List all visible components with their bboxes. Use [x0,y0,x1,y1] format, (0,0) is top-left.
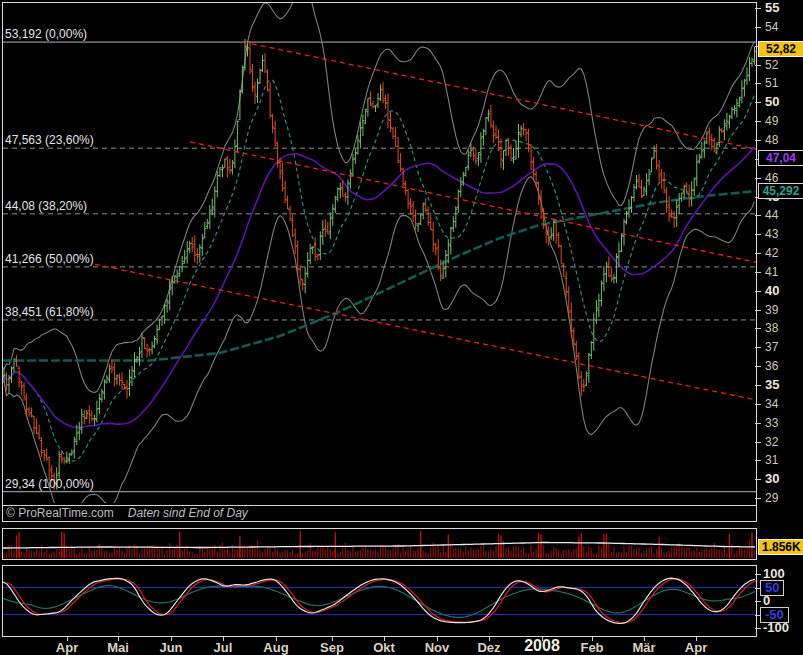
price-axis-tick [755,385,761,386]
price-axis-label: 44 [765,209,778,221]
price-axis-label: 42 [765,247,778,259]
price-axis-tick [755,479,761,480]
data-mode-note: Daten sind End of Day [128,506,248,520]
provider-credit: © ProRealTime.com [6,506,114,520]
price-badge-last: 52,82 [758,41,803,57]
price-axis-label: 35 [765,379,779,391]
oscillator-axis-label: 0 [763,594,770,607]
fib-level-label: 38,451 (61,80%) [5,306,94,319]
trendlines[interactable] [95,42,756,400]
price-axis-label: 41 [765,266,778,278]
oscillator-panel[interactable] [2,565,757,637]
month-label: Nov [425,641,450,655]
price-axis-tick [755,178,761,179]
month-label: Apr [685,641,707,655]
fib-level-label: 47,563 (23,60%) [5,134,94,147]
month-label: Okt [373,641,395,655]
oscillator-axis-tick [755,574,761,575]
oscillator-chart-surface[interactable] [3,566,756,636]
price-axis-label: 51 [765,77,778,89]
fib-level-label: 53,192 (0,00%) [5,28,87,41]
price-axis-tick [755,460,761,461]
price-axis-tick [755,423,761,424]
credit-bar: © ProRealTime.comDaten sind End of Day [3,505,756,521]
fib-level-label: 44,08 (38,20%) [5,200,87,213]
price-axis-tick [755,215,761,216]
ohlc-bars [3,39,756,490]
price-axis-tick [755,310,761,311]
price-axis-tick [755,442,761,443]
price-axis-tick [755,272,761,273]
price-axis-tick [755,498,761,499]
price-axis-tick [755,83,761,84]
price-axis-tick [755,121,761,122]
price-axis-label: 34 [765,398,778,410]
price-axis-label: 38 [765,322,778,334]
volume-panel[interactable] [2,528,757,560]
price-panel[interactable]: 53,192 (0,00%)47,563 (23,60%)44,08 (38,2… [2,2,757,522]
price-axis-label: 49 [765,115,778,127]
price-axis-tick [755,102,761,103]
price-axis-label: 31 [765,454,778,466]
volume-last-badge: 1.856K [758,539,803,555]
fib-level-label: 41,266 (50,00%) [5,253,94,266]
price-axis-label: 48 [765,134,778,146]
price-axis-label: 50 [765,96,779,108]
price-chart-surface[interactable] [3,3,756,503]
price-axis-tick [755,140,761,141]
oscillator-axis-label: -100 [763,621,789,634]
price-axis-label: 52 [765,59,778,71]
volume-bars [4,540,755,558]
price-badge-purple: 47,04 [758,150,803,166]
price-axis-label: 32 [765,436,778,448]
month-label: Jun [159,641,182,655]
month-label: Aug [263,641,288,655]
volume-ma-line [3,543,755,549]
month-label: Jul [214,641,233,655]
price-badge-teal: 45,292 [758,183,803,199]
price-axis-tick [755,65,761,66]
price-axis-tick [755,347,761,348]
oscillator-main-line [3,578,755,623]
price-axis-tick [755,8,761,9]
price-axis-label: 33 [765,417,778,429]
short-ma-line [4,80,755,461]
price-axis-tick [755,366,761,367]
month-label: Mai [107,641,129,655]
oscillator-axis-tick [755,601,761,602]
chart-window: 53,192 (0,00%)47,563 (23,60%)44,08 (38,2… [0,0,803,655]
month-label-year: 2008 [524,639,560,653]
fib-level-label: 29,34 (100,00%) [5,478,94,491]
price-axis-label: 37 [765,341,778,353]
price-axis-label: 39 [765,304,778,316]
month-label: Dez [477,641,500,655]
month-label: Sep [320,641,344,655]
price-axis-label: 30 [765,473,779,485]
price-axis-label: 36 [765,360,778,372]
bollinger-bands [4,3,755,503]
oscillator-axis-label: 100 [763,567,785,580]
price-axis-tick [755,27,761,28]
price-axis-label: 43 [765,228,778,240]
price-axis-label: 54 [765,21,778,33]
price-axis-tick [755,253,761,254]
long-term-ma-line [3,191,755,360]
price-axis-label: 55 [765,2,779,14]
month-label: Feb [580,641,603,655]
month-label: Mär [632,641,655,655]
oscillator-slow-line [3,586,755,618]
price-axis-tick [755,404,761,405]
volume-chart-surface[interactable] [3,529,756,559]
oscillator-signal-line [7,579,756,623]
price-axis-tick [755,291,761,292]
month-label: Apr [56,641,78,655]
price-axis-tick [755,234,761,235]
price-axis-label: 40 [765,285,779,297]
price-axis-tick [755,328,761,329]
oscillator-axis-tick [755,628,761,629]
price-axis-label: 29 [765,492,778,504]
